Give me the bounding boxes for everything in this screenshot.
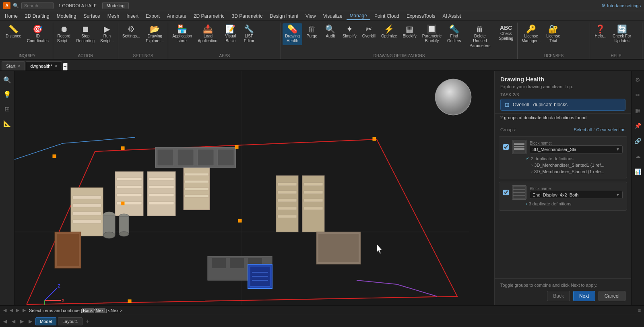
menu-item-home[interactable]: Home (2, 12, 21, 20)
interface-settings-btn[interactable]: ⚙ Interface settings (601, 3, 641, 8)
svg-rect-62 (128, 300, 131, 303)
ribbon-btn-audit[interactable]: 🔍 Audit (322, 23, 339, 40)
overkill-label: Overkill (362, 34, 376, 39)
menu-item-2d-parametric[interactable]: 2D Parametric (190, 12, 228, 20)
tab-dwghealth-label: dwghealth* (30, 64, 52, 68)
menu-item-surface[interactable]: Surface (80, 12, 103, 20)
ribbon-btn-overkill[interactable]: ✂ Overkill (360, 23, 378, 40)
clear-selection-link[interactable]: Clear selection (596, 127, 625, 132)
far-icon-link[interactable]: 🔗 (632, 135, 644, 147)
ribbon-btn-check-spelling[interactable]: ABC CheckSpelling (496, 23, 516, 43)
group1-name-dropdown[interactable]: 3D_Merchandiser_Sla ▼ (530, 145, 623, 153)
menu-item-export[interactable]: Export (142, 12, 163, 20)
select-all-link[interactable]: Select all (574, 127, 592, 132)
sidebar-icon-light[interactable]: 💡 (2, 89, 13, 100)
group1-checkbox[interactable] (503, 144, 509, 150)
far-icon-chart[interactable]: 📊 (632, 166, 644, 177)
svg-rect-16 (149, 178, 174, 180)
group2-checkbox[interactable] (503, 190, 509, 195)
group1-dup-count: ✓ 2 duplicate definitions (503, 154, 623, 162)
checkmark-icon-2: › (526, 201, 527, 206)
ribbon-btn-license-trial[interactable]: 🔐 LicenseTrial (544, 23, 562, 45)
ribbon-btn-check-updates[interactable]: 🔄 Check ForUpdates (610, 23, 634, 45)
layout-tab-add[interactable]: + (84, 318, 91, 325)
far-icon-pin[interactable]: 📌 (632, 120, 644, 131)
ribbon-btn-id-coordinates[interactable]: 🎯 ID Coordinates (25, 23, 51, 45)
tab-start[interactable]: Start × (2, 61, 25, 70)
ribbon-btn-app-store[interactable]: 🏪 Applicationstore (170, 23, 194, 45)
menu-item-mesh[interactable]: Mesh (104, 12, 122, 20)
ribbon-btn-drawing-explorer[interactable]: 📂 DrawingExplorer... (143, 23, 166, 45)
tab-start-close[interactable]: × (18, 63, 21, 69)
ribbon-btn-parametric-blockify[interactable]: 🔲 ParametricBlockify (420, 23, 444, 45)
menu-item-expresstools[interactable]: ExpressTools (403, 12, 438, 20)
title-bar: A 🔍 1 GONDOLA HALF Modeling ⚙ Interface … (0, 0, 644, 11)
add-tab-button[interactable]: + (63, 63, 68, 70)
menu-item-design-intent[interactable]: Design Intent (266, 12, 301, 20)
viewport[interactable]: Z X Y (14, 71, 494, 305)
group2-name-dropdown[interactable]: End_Display_4x2_Both ▼ (530, 191, 623, 199)
menu-item-visualize[interactable]: Visualize (320, 12, 346, 20)
next-button[interactable]: Next (573, 291, 595, 301)
layout-nav-left[interactable]: ◀ (10, 319, 17, 324)
ribbon-btn-settings[interactable]: ⚙ Settings... (120, 23, 142, 40)
layout-tab-model[interactable]: Model (35, 317, 56, 325)
cancel-button[interactable]: Cancel (599, 291, 625, 301)
back-button[interactable]: Back (547, 291, 570, 301)
menu-item-3d-parametric[interactable]: 3D Parametric (229, 12, 266, 20)
layout-nav-prev[interactable]: ◀ (2, 319, 8, 324)
nav-right[interactable]: ▶ (16, 308, 19, 313)
ribbon-btn-lisp[interactable]: 🔧 LISPEditor (240, 23, 258, 45)
sidebar-icon-measure[interactable]: 📐 (2, 118, 13, 129)
menu-item-insert[interactable]: Insert (123, 12, 142, 20)
svg-rect-26 (157, 149, 173, 166)
ribbon-btn-record[interactable]: ⏺ RecordScript... (55, 23, 73, 45)
menu-item-view[interactable]: View (302, 12, 319, 20)
ribbon-btn-visual-basic[interactable]: 📝 VisualBasic (222, 23, 239, 45)
group2-thumbnail (512, 185, 526, 200)
ribbon-btn-delete-unused[interactable]: 🗑 Delete UnusedParameters (464, 23, 495, 50)
ribbon-btn-run[interactable]: ▶ RunScript... (98, 23, 116, 45)
menu-item-point-cloud[interactable]: Point Cloud (371, 12, 402, 20)
sidebar-icon-search[interactable]: 🔍 (2, 74, 13, 85)
sidebar-icon-grid[interactable]: ⊞ (2, 103, 13, 114)
tab-dwghealth-close[interactable]: × (55, 63, 58, 69)
drawing-explorer-icon: 📂 (150, 25, 160, 33)
nav-prev[interactable]: ◀ (3, 308, 6, 313)
menu-item-2d-drafting[interactable]: 2D Drafting (22, 12, 53, 20)
ribbon-btn-help[interactable]: ❓ Help... (592, 23, 609, 40)
far-icon-settings[interactable]: ⚙ (632, 74, 644, 85)
ribbon-btn-optimize[interactable]: ⚡ Optimize (379, 23, 399, 40)
ribbon-btn-purge[interactable]: 🗑 Purge (303, 23, 321, 40)
group1-item-2[interactable]: › 3D_Merchandiser_Slanted (1 refe... (503, 168, 623, 175)
ribbon-btn-blockify[interactable]: ▦ Blockify (400, 23, 419, 40)
far-icon-cloud[interactable]: ☁ (632, 151, 644, 162)
ribbon-btn-drawing-health[interactable]: 💊 DrawingHealth (283, 23, 302, 45)
purge-icon: 🗑 (308, 25, 316, 33)
far-icon-grid[interactable]: ▦ (632, 105, 644, 116)
menu-item-manage[interactable]: Manage (347, 12, 370, 20)
layout-nav-right[interactable]: ▶ (19, 319, 25, 324)
menu-item-modeling[interactable]: Modeling (54, 12, 80, 20)
nav-left[interactable]: ◀ (10, 308, 13, 313)
layout-tab-layout1[interactable]: Layout1 (58, 317, 83, 325)
ribbon-btn-distance[interactable]: 📏 Distance (3, 23, 24, 40)
menu-item-ai-assist[interactable]: AI Assist (439, 12, 464, 20)
ribbon-btn-stop[interactable]: ⏹ StopRecording (74, 23, 97, 45)
title-search-input[interactable] (21, 2, 54, 9)
svg-rect-60 (121, 202, 124, 205)
layout-nav-last[interactable]: ▶ (27, 319, 34, 324)
far-icon-edit[interactable]: ✏ (632, 89, 644, 101)
ribbon-btn-simplify[interactable]: ✦ Simplify (340, 23, 359, 40)
ribbon-btn-find-outliers[interactable]: 🔦 FindOutliers (445, 23, 463, 45)
ribbon-btn-license-manager[interactable]: 🔑 LicenseManager... (519, 23, 543, 45)
audit-label: Audit (326, 34, 335, 39)
menu-item-annotate[interactable]: Annotate (164, 12, 190, 20)
ribbon-btn-load-app[interactable]: 📥 LoadApplication. (195, 23, 221, 45)
licenses-label: LICENSES (519, 53, 588, 59)
group1-item-1[interactable]: › 3D_Merchandiser_Slanted1 (1 ref... (503, 162, 623, 168)
workspace-selector[interactable]: Modeling (102, 2, 129, 9)
tab-dwghealth[interactable]: dwghealth* × (26, 61, 62, 70)
svg-rect-29 (218, 149, 234, 166)
nav-last[interactable]: ▶ (23, 308, 26, 313)
